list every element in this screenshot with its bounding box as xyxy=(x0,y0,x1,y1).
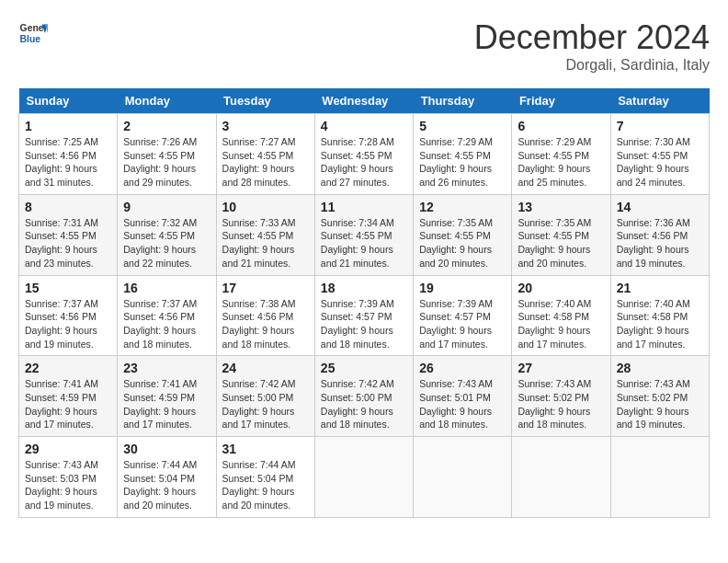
sunrise-label: Sunrise: 7:26 AM xyxy=(123,136,197,147)
calendar-cell: 19 Sunrise: 7:39 AM Sunset: 4:57 PM Dayl… xyxy=(414,275,512,356)
day-info: Sunrise: 7:40 AM Sunset: 4:58 PM Dayligh… xyxy=(617,297,703,351)
calendar-cell: 10 Sunrise: 7:33 AM Sunset: 4:55 PM Dayl… xyxy=(216,194,314,275)
weekday-header-friday: Friday xyxy=(512,88,610,114)
sunrise-label: Sunrise: 7:27 AM xyxy=(222,136,296,147)
calendar-cell: 30 Sunrise: 7:44 AM Sunset: 5:04 PM Dayl… xyxy=(118,437,216,518)
sunset-label: Sunset: 4:58 PM xyxy=(617,311,688,322)
sunset-label: Sunset: 4:58 PM xyxy=(518,311,589,322)
day-number: 8 xyxy=(25,200,111,214)
daylight-label: Daylight: 9 hours and 20 minutes. xyxy=(518,244,590,269)
daylight-label: Daylight: 9 hours and 17 minutes. xyxy=(25,406,97,431)
daylight-label: Daylight: 9 hours and 28 minutes. xyxy=(222,163,295,188)
daylight-label: Daylight: 9 hours and 18 minutes. xyxy=(518,406,590,431)
sunrise-label: Sunrise: 7:38 AM xyxy=(222,298,296,309)
sunset-label: Sunset: 4:59 PM xyxy=(123,392,195,403)
calendar-cell: 9 Sunrise: 7:32 AM Sunset: 4:55 PM Dayli… xyxy=(118,194,216,275)
day-number: 22 xyxy=(25,361,111,375)
sunrise-label: Sunrise: 7:43 AM xyxy=(518,378,591,389)
calendar-cell: 17 Sunrise: 7:38 AM Sunset: 4:56 PM Dayl… xyxy=(216,275,314,356)
calendar-cell: 5 Sunrise: 7:29 AM Sunset: 4:55 PM Dayli… xyxy=(414,114,512,195)
weekday-header-tuesday: Tuesday xyxy=(216,88,314,114)
day-number: 28 xyxy=(617,361,703,375)
daylight-label: Daylight: 9 hours and 19 minutes. xyxy=(617,406,689,431)
sunrise-label: Sunrise: 7:42 AM xyxy=(222,378,296,389)
day-number: 1 xyxy=(25,119,111,133)
sunset-label: Sunset: 4:55 PM xyxy=(321,230,392,241)
sunset-label: Sunset: 4:55 PM xyxy=(419,230,491,241)
calendar-cell: 12 Sunrise: 7:35 AM Sunset: 4:55 PM Dayl… xyxy=(414,194,512,275)
sunset-label: Sunset: 5:03 PM xyxy=(25,473,97,484)
day-number: 30 xyxy=(123,442,210,456)
calendar-cell: 8 Sunrise: 7:31 AM Sunset: 4:55 PM Dayli… xyxy=(19,194,118,275)
sunset-label: Sunset: 4:55 PM xyxy=(518,150,589,161)
daylight-label: Daylight: 9 hours and 27 minutes. xyxy=(321,163,393,188)
sunrise-label: Sunrise: 7:39 AM xyxy=(419,298,493,309)
day-info: Sunrise: 7:35 AM Sunset: 4:55 PM Dayligh… xyxy=(419,216,506,270)
daylight-label: Daylight: 9 hours and 21 minutes. xyxy=(222,244,295,269)
daylight-label: Daylight: 9 hours and 17 minutes. xyxy=(617,325,689,350)
day-info: Sunrise: 7:27 AM Sunset: 4:55 PM Dayligh… xyxy=(222,135,309,190)
sunrise-label: Sunrise: 7:43 AM xyxy=(617,378,690,389)
calendar-cell: 1 Sunrise: 7:25 AM Sunset: 4:56 PM Dayli… xyxy=(19,114,118,195)
day-info: Sunrise: 7:42 AM Sunset: 5:00 PM Dayligh… xyxy=(222,377,309,431)
day-info: Sunrise: 7:25 AM Sunset: 4:56 PM Dayligh… xyxy=(25,135,111,190)
calendar-cell: 11 Sunrise: 7:34 AM Sunset: 4:55 PM Dayl… xyxy=(314,194,413,275)
calendar-cell: 29 Sunrise: 7:43 AM Sunset: 5:03 PM Dayl… xyxy=(19,437,118,518)
day-number: 21 xyxy=(617,281,703,295)
calendar-cell: 13 Sunrise: 7:35 AM Sunset: 4:55 PM Dayl… xyxy=(512,194,610,275)
daylight-label: Daylight: 9 hours and 23 minutes. xyxy=(25,244,97,269)
day-number: 26 xyxy=(419,361,506,375)
day-number: 6 xyxy=(518,119,604,133)
subtitle: Dorgali, Sardinia, Italy xyxy=(474,57,710,74)
day-number: 29 xyxy=(25,442,111,456)
calendar-cell: 16 Sunrise: 7:37 AM Sunset: 4:56 PM Dayl… xyxy=(118,275,216,356)
daylight-label: Daylight: 9 hours and 17 minutes. xyxy=(123,406,196,431)
sunrise-label: Sunrise: 7:29 AM xyxy=(518,136,591,147)
day-info: Sunrise: 7:44 AM Sunset: 5:04 PM Dayligh… xyxy=(123,458,210,512)
calendar-cell: 22 Sunrise: 7:41 AM Sunset: 4:59 PM Dayl… xyxy=(19,356,118,437)
day-number: 20 xyxy=(518,281,604,295)
calendar-cell: 31 Sunrise: 7:44 AM Sunset: 5:04 PM Dayl… xyxy=(216,437,314,518)
sunset-label: Sunset: 5:02 PM xyxy=(617,392,688,403)
day-info: Sunrise: 7:28 AM Sunset: 4:55 PM Dayligh… xyxy=(321,135,407,190)
day-info: Sunrise: 7:37 AM Sunset: 4:56 PM Dayligh… xyxy=(123,297,210,351)
calendar-cell: 28 Sunrise: 7:43 AM Sunset: 5:02 PM Dayl… xyxy=(610,356,709,437)
sunset-label: Sunset: 4:55 PM xyxy=(617,150,688,161)
day-info: Sunrise: 7:39 AM Sunset: 4:57 PM Dayligh… xyxy=(321,297,407,351)
day-number: 15 xyxy=(25,281,111,295)
day-info: Sunrise: 7:43 AM Sunset: 5:03 PM Dayligh… xyxy=(25,458,111,512)
daylight-label: Daylight: 9 hours and 20 minutes. xyxy=(419,244,492,269)
day-info: Sunrise: 7:35 AM Sunset: 4:55 PM Dayligh… xyxy=(518,216,604,270)
day-info: Sunrise: 7:33 AM Sunset: 4:55 PM Dayligh… xyxy=(222,216,309,270)
day-number: 23 xyxy=(123,361,210,375)
weekday-header-thursday: Thursday xyxy=(414,88,512,114)
calendar-cell: 25 Sunrise: 7:42 AM Sunset: 5:00 PM Dayl… xyxy=(314,356,413,437)
calendar-cell: 3 Sunrise: 7:27 AM Sunset: 4:55 PM Dayli… xyxy=(216,114,314,195)
day-info: Sunrise: 7:43 AM Sunset: 5:01 PM Dayligh… xyxy=(419,377,506,431)
sunrise-label: Sunrise: 7:40 AM xyxy=(518,298,591,309)
day-info: Sunrise: 7:29 AM Sunset: 4:55 PM Dayligh… xyxy=(419,135,506,190)
day-number: 7 xyxy=(617,119,703,133)
calendar-cell: 7 Sunrise: 7:30 AM Sunset: 4:55 PM Dayli… xyxy=(610,114,709,195)
sunset-label: Sunset: 4:56 PM xyxy=(123,311,195,322)
logo: General Blue xyxy=(18,18,48,48)
daylight-label: Daylight: 9 hours and 18 minutes. xyxy=(321,325,393,350)
day-info: Sunrise: 7:31 AM Sunset: 4:55 PM Dayligh… xyxy=(25,216,111,270)
sunset-label: Sunset: 4:55 PM xyxy=(123,230,195,241)
sunset-label: Sunset: 4:57 PM xyxy=(419,311,491,322)
day-info: Sunrise: 7:29 AM Sunset: 4:55 PM Dayligh… xyxy=(518,135,604,190)
sunset-label: Sunset: 5:00 PM xyxy=(321,392,392,403)
sunset-label: Sunset: 4:59 PM xyxy=(25,392,97,403)
sunrise-label: Sunrise: 7:28 AM xyxy=(321,136,394,147)
daylight-label: Daylight: 9 hours and 31 minutes. xyxy=(25,163,97,188)
day-number: 24 xyxy=(222,361,309,375)
sunrise-label: Sunrise: 7:44 AM xyxy=(222,459,296,470)
daylight-label: Daylight: 9 hours and 22 minutes. xyxy=(123,244,196,269)
sunset-label: Sunset: 4:55 PM xyxy=(321,150,392,161)
sunset-label: Sunset: 4:57 PM xyxy=(321,311,392,322)
day-info: Sunrise: 7:30 AM Sunset: 4:55 PM Dayligh… xyxy=(617,135,703,190)
daylight-label: Daylight: 9 hours and 19 minutes. xyxy=(25,486,97,511)
day-number: 18 xyxy=(321,281,407,295)
sunset-label: Sunset: 4:55 PM xyxy=(222,150,294,161)
daylight-label: Daylight: 9 hours and 20 minutes. xyxy=(222,486,295,511)
